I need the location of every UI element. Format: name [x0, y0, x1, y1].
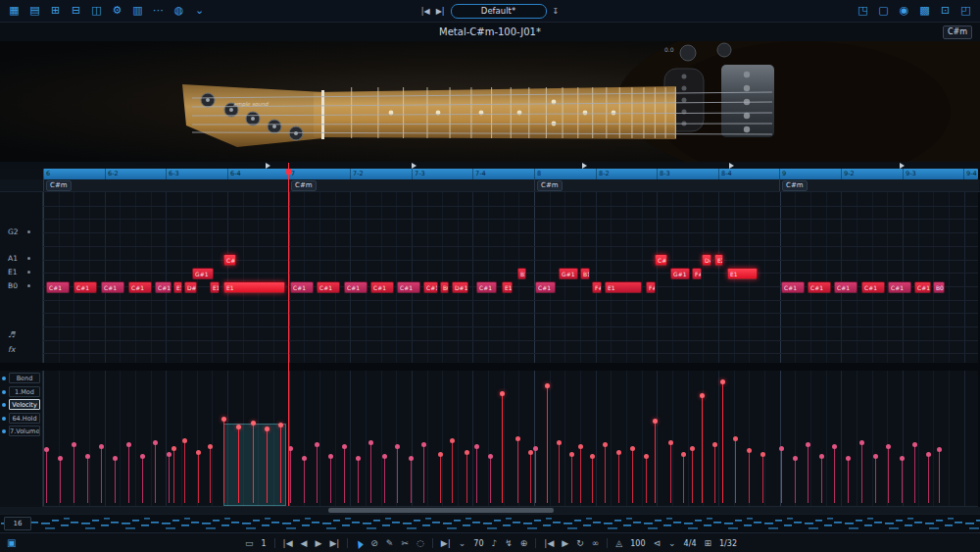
velocity-stem[interactable]: [646, 456, 647, 503]
velocity-stem[interactable]: [618, 452, 619, 503]
chord-label[interactable]: C#m: [537, 180, 563, 191]
velocity-stem[interactable]: [370, 442, 371, 503]
midi-note[interactable]: C#1: [155, 281, 172, 293]
piano-roll-grid[interactable]: C#1C#1C#1C#1C#1E1D#1G#1E1C#2E1C#1C#1C#1C…: [43, 192, 978, 363]
velocity-stem[interactable]: [223, 419, 224, 503]
default-velocity-value[interactable]: 70: [473, 539, 483, 548]
volume-caret-icon[interactable]: ⌄: [668, 533, 676, 552]
skip-end-icon[interactable]: ▶|: [329, 533, 339, 552]
midi-note[interactable]: E1: [605, 281, 642, 293]
velocity-stem[interactable]: [169, 454, 170, 503]
velocity-stem[interactable]: [655, 421, 656, 503]
midi-note[interactable]: D#2: [702, 254, 711, 266]
velocity-stem[interactable]: [547, 385, 548, 503]
duplicate-riff-icon[interactable]: ▣: [7, 533, 16, 552]
midi-note[interactable]: C#1: [128, 281, 152, 293]
midi-note[interactable]: E2: [714, 254, 723, 266]
velocity-stem[interactable]: [384, 456, 385, 503]
cc-lane-toggle[interactable]: [2, 376, 6, 380]
cc-lane-toggle[interactable]: [2, 429, 6, 433]
velocity-stem[interactable]: [46, 449, 47, 503]
midi-note[interactable]: C#1: [101, 281, 124, 293]
scrollbar-thumb[interactable]: [328, 508, 554, 513]
midi-note[interactable]: C#1: [861, 281, 885, 293]
velocity-stem[interactable]: [808, 444, 808, 503]
midi-note[interactable]: E1: [727, 268, 758, 279]
midi-note[interactable]: C#2: [223, 254, 236, 266]
play-step-caret-icon[interactable]: ⌄: [459, 533, 466, 552]
velocity-stem[interactable]: [344, 446, 345, 503]
velocity-stem[interactable]: [592, 456, 593, 503]
preset-prev-button[interactable]: |◀: [421, 7, 430, 16]
preset-save-icon[interactable]: ↧: [553, 7, 560, 16]
velocity-stem[interactable]: [530, 452, 531, 503]
velocity-stem[interactable]: [670, 442, 671, 503]
midi-note[interactable]: B0: [933, 281, 945, 293]
cc-lane-button-1-mod[interactable]: 1.Mod: [9, 386, 40, 397]
play-icon[interactable]: ▶: [562, 533, 568, 552]
cc-lane-toggle[interactable]: [2, 403, 6, 407]
chord-label[interactable]: C#m: [46, 180, 72, 191]
midi-note[interactable]: C#1: [888, 281, 911, 293]
midi-note[interactable]: C#1: [74, 281, 97, 293]
midi-note[interactable]: G#1: [670, 268, 690, 279]
velocity-stem[interactable]: [440, 454, 441, 503]
velocity-stem[interactable]: [115, 458, 116, 503]
velocity-stem[interactable]: [128, 444, 129, 503]
midi-note[interactable]: E1: [210, 281, 220, 293]
velocity-stem[interactable]: [821, 456, 822, 503]
velocity-stem[interactable]: [914, 444, 915, 503]
velocity-stem[interactable]: [290, 448, 291, 503]
chord-label[interactable]: C#m: [782, 180, 808, 191]
velocity-stem[interactable]: [888, 446, 889, 503]
midi-note[interactable]: B1: [517, 268, 526, 279]
keyboard-grid-icon[interactable]: ▩: [914, 0, 935, 22]
velocity-stem[interactable]: [101, 446, 102, 503]
velocity-stem[interactable]: [875, 456, 876, 503]
select-tool-icon[interactable]: ▲: [353, 532, 367, 552]
velocity-stem[interactable]: [490, 456, 491, 503]
midi-note[interactable]: E1: [173, 281, 182, 293]
chord-region[interactable]: C#m: [288, 179, 535, 191]
midi-note[interactable]: F#1: [646, 281, 656, 293]
velocity-stem[interactable]: [762, 454, 763, 503]
velocity-stem[interactable]: [210, 446, 211, 503]
velocity-stem[interactable]: [452, 440, 453, 503]
loop-icon[interactable]: ↻: [576, 533, 584, 552]
velocity-stem[interactable]: [253, 423, 254, 503]
midi-note[interactable]: F#1: [592, 281, 602, 293]
frame-icon[interactable]: ▢: [873, 0, 894, 22]
velocity-stem[interactable]: [861, 442, 862, 503]
midi-note[interactable]: C#1: [46, 281, 70, 293]
midi-note[interactable]: C#2: [655, 254, 667, 266]
cc-lane-toggle[interactable]: [2, 417, 6, 421]
velocity-stem[interactable]: [902, 458, 903, 503]
chord-region[interactable]: C#m: [534, 179, 780, 191]
midi-note[interactable]: C#1: [808, 281, 831, 293]
chord-region[interactable]: C#m: [43, 179, 289, 191]
cc-lane-button-64-hold[interactable]: 64.Hold: [9, 413, 40, 424]
fullscreen-icon[interactable]: ◰: [956, 0, 976, 22]
velocity-stem[interactable]: [834, 446, 835, 503]
velocity-stem[interactable]: [304, 458, 305, 503]
midi-note[interactable]: G#1: [192, 268, 214, 279]
midi-note[interactable]: C#1: [781, 281, 805, 293]
velocity-stem[interactable]: [683, 454, 684, 503]
screen-icon[interactable]: ◳: [853, 0, 873, 22]
playhead-handle[interactable]: [286, 169, 291, 175]
skip-start-icon[interactable]: |◀: [283, 533, 293, 552]
velocity-stem[interactable]: [749, 450, 750, 503]
velocity-stem[interactable]: [397, 446, 398, 503]
velocity-stem[interactable]: [411, 458, 412, 503]
step-forward-icon[interactable]: ▶: [316, 533, 322, 552]
horizontal-scrollbar[interactable]: [0, 507, 980, 514]
lane-value-box[interactable]: 16: [4, 517, 31, 530]
dock-panel-icon[interactable]: ⊡: [935, 0, 956, 22]
midi-note[interactable]: E1: [223, 281, 285, 293]
midi-note[interactable]: D#1: [452, 281, 468, 293]
pencil-tool-icon[interactable]: ✎: [386, 533, 394, 552]
time-signature-value[interactable]: 4/4: [684, 539, 697, 548]
string-mute-dot[interactable]: [27, 230, 30, 233]
preset-next-button[interactable]: ▶|: [436, 7, 445, 16]
cc-lane-button-velocity[interactable]: Velocity: [9, 399, 40, 410]
